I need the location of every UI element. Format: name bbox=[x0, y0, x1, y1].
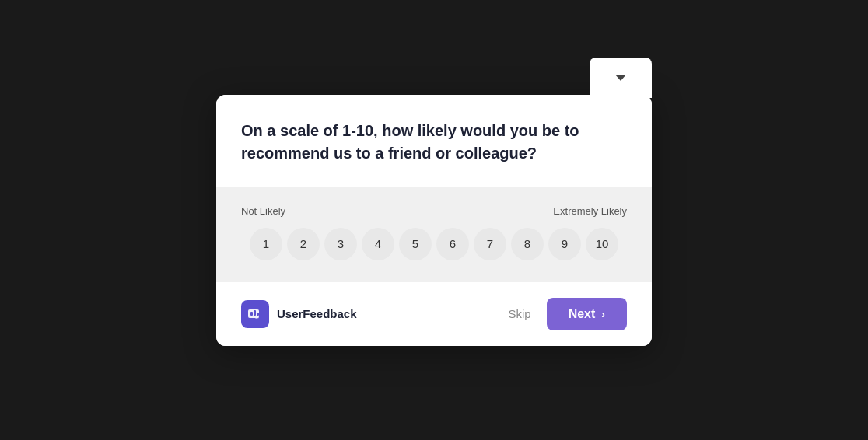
survey-card: On a scale of 1-10, how likely would you… bbox=[216, 95, 652, 346]
scale-button-4[interactable]: 4 bbox=[362, 228, 394, 260]
collapse-tab[interactable] bbox=[590, 58, 652, 98]
scale-labels: Not Likely Extremely Likely bbox=[241, 205, 627, 217]
next-button-label: Next bbox=[569, 307, 596, 321]
footer-actions: Skip Next › bbox=[508, 298, 627, 330]
scale-min-label: Not Likely bbox=[241, 205, 285, 217]
scale-button-8[interactable]: 8 bbox=[511, 228, 544, 260]
scale-max-label: Extremely Likely bbox=[553, 205, 627, 217]
question-text: On a scale of 1-10, how likely would you… bbox=[241, 120, 627, 165]
scale-section: Not Likely Extremely Likely 12345678910 bbox=[216, 187, 652, 282]
chevron-right-icon: › bbox=[601, 308, 605, 320]
scale-button-7[interactable]: 7 bbox=[474, 228, 506, 260]
scale-button-1[interactable]: 1 bbox=[250, 228, 282, 260]
footer-section: UserFeedback Skip Next › bbox=[216, 282, 652, 346]
skip-button[interactable]: Skip bbox=[508, 307, 530, 320]
brand-icon bbox=[241, 300, 269, 328]
scale-button-5[interactable]: 5 bbox=[399, 228, 432, 260]
scale-button-3[interactable]: 3 bbox=[324, 228, 357, 260]
svg-rect-1 bbox=[250, 312, 253, 316]
next-button[interactable]: Next › bbox=[547, 298, 627, 330]
svg-rect-3 bbox=[257, 313, 259, 316]
brand-logo-svg bbox=[247, 306, 264, 323]
scale-buttons: 12345678910 bbox=[241, 228, 627, 260]
question-section: On a scale of 1-10, how likely would you… bbox=[216, 95, 652, 187]
scale-button-6[interactable]: 6 bbox=[436, 228, 469, 260]
scale-button-9[interactable]: 9 bbox=[548, 228, 581, 260]
brand: UserFeedback bbox=[241, 300, 357, 328]
brand-name: UserFeedback bbox=[277, 307, 357, 320]
svg-rect-2 bbox=[254, 310, 256, 316]
survey-widget: On a scale of 1-10, how likely would you… bbox=[216, 95, 652, 346]
chevron-down-icon bbox=[615, 75, 626, 81]
scale-button-10[interactable]: 10 bbox=[586, 228, 618, 260]
scale-button-2[interactable]: 2 bbox=[287, 228, 320, 260]
